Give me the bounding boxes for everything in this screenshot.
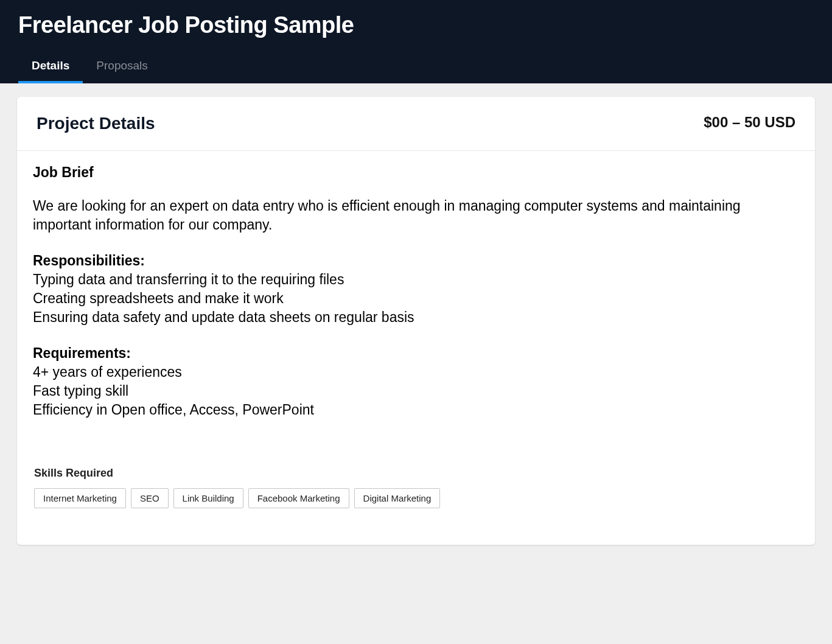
- responsibilities-block: Responsibilities: Typing data and transf…: [33, 251, 799, 327]
- list-item: Fast typing skill: [33, 382, 799, 401]
- tab-details[interactable]: Details: [18, 51, 83, 83]
- skill-tag[interactable]: SEO: [131, 488, 169, 508]
- job-brief-heading: Job Brief: [33, 164, 799, 181]
- list-item: Efficiency in Open office, Access, Power…: [33, 401, 799, 419]
- skill-tag[interactable]: Facebook Marketing: [248, 488, 349, 508]
- list-item: 4+ years of experiences: [33, 363, 799, 382]
- list-item: Typing data and transferring it to the r…: [33, 270, 799, 289]
- price-range: $00 – 50 USD: [704, 114, 795, 131]
- tab-proposals[interactable]: Proposals: [83, 51, 161, 83]
- skills-heading: Skills Required: [34, 467, 798, 480]
- skill-tag[interactable]: Internet Marketing: [34, 488, 126, 508]
- skills-section: Skills Required Internet Marketing SEO L…: [17, 467, 815, 545]
- card-header: Project Details $00 – 50 USD: [17, 97, 815, 151]
- requirements-heading: Requirements:: [33, 344, 799, 363]
- card-body: Job Brief We are looking for an expert o…: [17, 151, 815, 467]
- skill-tag[interactable]: Link Building: [173, 488, 243, 508]
- skills-row: Internet Marketing SEO Link Building Fac…: [34, 488, 798, 508]
- responsibilities-heading: Responsibilities:: [33, 251, 799, 270]
- job-brief-text: We are looking for an expert on data ent…: [33, 197, 799, 234]
- list-item: Ensuring data safety and update data she…: [33, 308, 799, 327]
- app-header: Freelancer Job Posting Sample Details Pr…: [0, 0, 832, 83]
- tab-bar: Details Proposals: [18, 51, 814, 83]
- project-details-title: Project Details: [37, 114, 155, 133]
- project-card: Project Details $00 – 50 USD Job Brief W…: [17, 97, 815, 545]
- skill-tag[interactable]: Digital Marketing: [354, 488, 441, 508]
- page-title: Freelancer Job Posting Sample: [18, 12, 814, 51]
- requirements-block: Requirements: 4+ years of experiences Fa…: [33, 344, 799, 419]
- content-area: Project Details $00 – 50 USD Job Brief W…: [0, 83, 832, 558]
- list-item: Creating spreadsheets and make it work: [33, 289, 799, 308]
